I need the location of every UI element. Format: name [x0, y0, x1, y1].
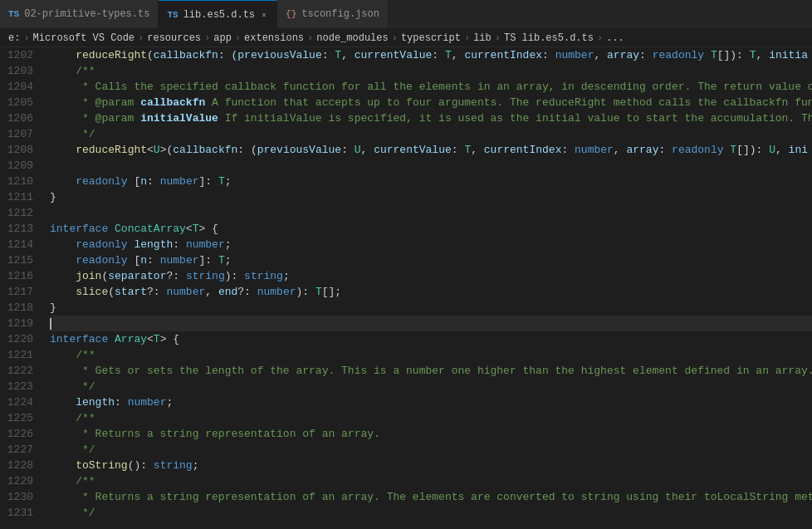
tab-label: lib.es5.d.ts	[183, 9, 255, 21]
code-line: * Returns a string representation of an …	[50, 489, 812, 505]
line-number: 1207	[0, 126, 33, 142]
line-number: 1203	[0, 63, 33, 79]
code-line: */	[50, 505, 812, 521]
code-line: slice(start?: number, end?: number): T[]…	[50, 284, 812, 300]
line-number: 1222	[0, 363, 33, 379]
line-number: 1208	[0, 142, 33, 158]
breadcrumb-part: resources	[147, 32, 201, 44]
tab-lib-es5[interactable]: TS lib.es5.d.ts ✕	[159, 0, 277, 29]
breadcrumb-part: typescript	[401, 32, 461, 44]
tab-tsconfig[interactable]: {} tsconfig.json	[277, 0, 389, 29]
line-number: 1219	[0, 316, 33, 331]
code-line: interface ConcatArray<T> {	[50, 221, 812, 237]
code-line: */	[50, 379, 812, 394]
editor: 1202 1203 1204 1205 1206 1207 1208 1209 …	[0, 47, 812, 529]
code-line: * Gets or sets the length of the array. …	[50, 363, 812, 379]
json-icon: {}	[286, 9, 296, 19]
code-line: * @param initialValue If initialValue is…	[50, 110, 812, 126]
line-number: 1205	[0, 95, 33, 110]
line-number: 1209	[0, 158, 33, 174]
code-line: toString(): string;	[50, 458, 812, 473]
line-number: 1221	[0, 347, 33, 363]
line-number: 1216	[0, 268, 33, 284]
line-number: 1227	[0, 442, 33, 458]
code-line: reduceRight<U>(callbackfn: (previousValu…	[50, 142, 812, 158]
code-line	[50, 158, 812, 174]
code-line: /**	[50, 63, 812, 79]
breadcrumb-part: lib	[473, 32, 492, 44]
code-line: readonly length: number;	[50, 237, 812, 252]
code-line: * @param callbackfn A function that acce…	[50, 95, 812, 110]
line-number: 1204	[0, 79, 33, 95]
code-area[interactable]: reduceRight(callbackfn: (previousValue: …	[43, 47, 812, 529]
line-number: 1211	[0, 189, 33, 205]
code-line: */	[50, 126, 812, 142]
code-line: reduceRight(callbackfn: (previousValue: …	[50, 47, 812, 63]
code-line-current	[50, 316, 812, 331]
line-number: 1231	[0, 505, 33, 521]
line-number: 1226	[0, 426, 33, 442]
line-number: 1212	[0, 205, 33, 221]
line-number: 1228	[0, 458, 33, 473]
ts-icon: TS	[167, 10, 178, 20]
code-line: join(separator?: string): string;	[50, 268, 812, 284]
line-number: 1230	[0, 489, 33, 505]
tab-primitive-types[interactable]: TS 02-primitive-types.ts	[0, 0, 159, 29]
code-line: }	[50, 300, 812, 316]
line-number: 1210	[0, 174, 33, 189]
ts-icon: TS	[8, 9, 19, 19]
line-number: 1217	[0, 284, 33, 300]
code-line: * Calls the specified callback function …	[50, 79, 812, 95]
tab-close-button[interactable]: ✕	[260, 8, 268, 22]
breadcrumb-part: Microsoft VS Code	[33, 32, 135, 44]
code-line: readonly [n: number]: T;	[50, 174, 812, 189]
line-number: 1213	[0, 221, 33, 237]
code-line	[50, 205, 812, 221]
code-line: */	[50, 442, 812, 458]
breadcrumb-part: e:	[8, 32, 20, 44]
tab-label: tsconfig.json	[301, 8, 379, 20]
breadcrumb: e: › Microsoft VS Code › resources › app…	[0, 29, 812, 47]
line-number: 1223	[0, 379, 33, 394]
code-line: }	[50, 189, 812, 205]
text-cursor	[50, 318, 51, 330]
code-line: readonly [n: number]: T;	[50, 252, 812, 268]
line-number: 1215	[0, 252, 33, 268]
code-line: /**	[50, 347, 812, 363]
code-line: /**	[50, 410, 812, 426]
line-number: 1202	[0, 47, 33, 63]
line-numbers: 1202 1203 1204 1205 1206 1207 1208 1209 …	[0, 47, 43, 529]
breadcrumb-part: ...	[606, 32, 624, 44]
line-number: 1214	[0, 237, 33, 252]
code-line: length: number;	[50, 394, 812, 410]
code-line: interface Array<T> {	[50, 331, 812, 347]
line-number: 1206	[0, 110, 33, 126]
breadcrumb-part: node_modules	[316, 32, 388, 44]
tab-bar: TS 02-primitive-types.ts TS lib.es5.d.ts…	[0, 0, 812, 29]
line-number: 1229	[0, 473, 33, 489]
tab-label: 02-primitive-types.ts	[24, 8, 149, 20]
breadcrumb-part: TS lib.es5.d.ts	[504, 32, 594, 44]
line-number: 1225	[0, 410, 33, 426]
breadcrumb-part: extensions	[244, 32, 304, 44]
line-number: 1224	[0, 394, 33, 410]
code-line: /**	[50, 473, 812, 489]
breadcrumb-part: app	[213, 32, 232, 44]
line-number: 1220	[0, 331, 33, 347]
line-number: 1218	[0, 300, 33, 316]
code-line: * Returns a string representation of an …	[50, 426, 812, 442]
